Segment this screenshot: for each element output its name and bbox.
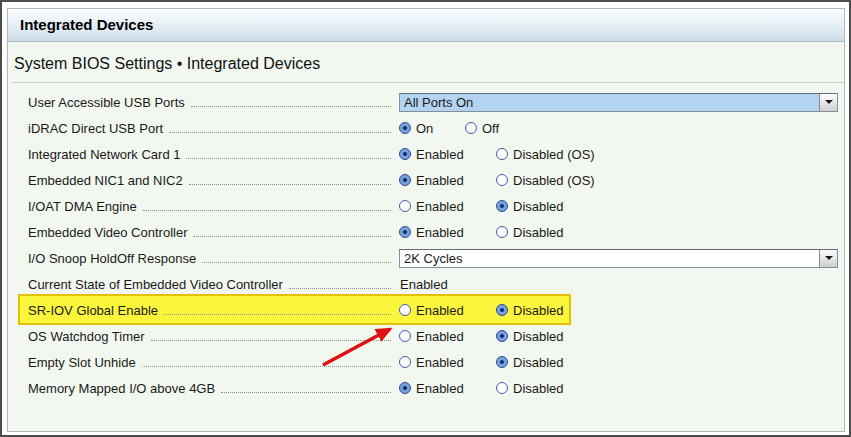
radio-option-disabled[interactable]: Disabled	[496, 303, 564, 318]
radio-option-disabled-os[interactable]: Disabled (OS)	[496, 147, 595, 162]
setting-label: Embedded NIC1 and NIC2	[28, 173, 183, 188]
radio-selected-icon[interactable]	[399, 382, 411, 394]
page-title: System BIOS Settings • Integrated Device…	[8, 42, 844, 82]
setting-control: EnabledDisabled	[399, 225, 838, 240]
radio-option-label: Disabled (OS)	[513, 173, 595, 188]
setting-label: OS Watchdog Timer	[28, 329, 145, 344]
setting-control: 2K Cycles	[399, 249, 838, 268]
radio-option-enabled[interactable]: Enabled	[399, 381, 496, 396]
setting-control: EnabledDisabled	[399, 329, 838, 344]
radio-selected-icon[interactable]	[496, 356, 508, 368]
bios-settings-window: Integrated Devices System BIOS Settings …	[0, 0, 851, 437]
radio-option-label: Enabled	[416, 381, 464, 396]
radio-selected-icon[interactable]	[496, 330, 508, 342]
dotted-leader	[169, 132, 391, 133]
setting-control: EnabledDisabled	[399, 355, 838, 370]
setting-control: OnOff	[399, 121, 838, 136]
setting-label: Empty Slot Unhide	[28, 355, 136, 370]
radio-option-label: Disabled	[513, 355, 564, 370]
dotted-leader	[221, 392, 391, 393]
setting-row-empty-slot-unhide: Empty Slot UnhideEnabledDisabled	[28, 349, 838, 375]
radio-unselected-icon[interactable]	[496, 382, 508, 394]
radio-option-label: Enabled	[416, 147, 464, 162]
dotted-leader	[164, 314, 391, 315]
radio-unselected-icon[interactable]	[496, 226, 508, 238]
radio-unselected-icon[interactable]	[496, 148, 508, 160]
radio-selected-icon[interactable]	[399, 122, 411, 134]
radio-option-off[interactable]: Off	[465, 121, 499, 136]
setting-label: I/O Snoop HoldOff Response	[28, 251, 196, 266]
radio-option-label: Disabled	[513, 381, 564, 396]
chevron-down-icon	[825, 256, 833, 260]
setting-control: EnabledDisabled (OS)	[399, 147, 838, 162]
radio-option-label: Off	[482, 121, 499, 136]
radio-option-enabled[interactable]: Enabled	[399, 199, 496, 214]
radio-unselected-icon[interactable]	[399, 200, 411, 212]
setting-label: Current State of Embedded Video Controll…	[28, 277, 283, 292]
radio-option-enabled[interactable]: Enabled	[399, 225, 496, 240]
radio-option-enabled[interactable]: Enabled	[399, 147, 496, 162]
dotted-leader	[193, 236, 391, 237]
radio-unselected-icon[interactable]	[399, 330, 411, 342]
setting-label: Integrated Network Card 1	[28, 147, 180, 162]
radio-unselected-icon[interactable]	[399, 304, 411, 316]
radio-selected-icon[interactable]	[496, 200, 508, 212]
radio-option-label: Disabled	[513, 303, 564, 318]
integrated-devices-panel: Integrated Devices System BIOS Settings …	[7, 8, 845, 432]
radio-option-label: Enabled	[416, 303, 464, 318]
setting-label: I/OAT DMA Engine	[28, 199, 137, 214]
radio-option-label: Disabled (OS)	[513, 147, 595, 162]
settings-list: User Accessible USB PortsAll Ports OniDR…	[8, 83, 844, 401]
setting-row-idrac-direct-usb-port: iDRAC Direct USB PortOnOff	[28, 115, 838, 141]
setting-control: EnabledDisabled	[399, 303, 838, 318]
radio-option-enabled[interactable]: Enabled	[399, 355, 496, 370]
dotted-leader	[191, 106, 391, 107]
setting-label: iDRAC Direct USB Port	[28, 121, 163, 136]
radio-unselected-icon[interactable]	[496, 174, 508, 186]
dropdown-user-accessible-usb-ports[interactable]: All Ports On	[399, 93, 838, 112]
radio-option-label: On	[416, 121, 433, 136]
dotted-leader	[289, 288, 391, 289]
dropdown-arrow-icon[interactable]	[819, 94, 837, 111]
radio-option-disabled[interactable]: Disabled	[496, 199, 564, 214]
radio-selected-icon[interactable]	[399, 148, 411, 160]
radio-option-enabled[interactable]: Enabled	[399, 303, 496, 318]
radio-option-disabled[interactable]: Disabled	[496, 355, 564, 370]
dropdown-selected-value: All Ports On	[400, 95, 819, 110]
setting-control: EnabledDisabled	[399, 381, 838, 396]
setting-row-i-o-snoop-holdoff-response: I/O Snoop HoldOff Response2K Cycles	[28, 245, 838, 271]
setting-row-sr-iov-global-enable: SR-IOV Global EnableEnabledDisabled	[28, 297, 838, 323]
radio-option-enabled[interactable]: Enabled	[399, 173, 496, 188]
dropdown-arrow-icon[interactable]	[819, 250, 837, 267]
radio-unselected-icon[interactable]	[465, 122, 477, 134]
setting-row-embedded-nic1-and-nic2: Embedded NIC1 and NIC2EnabledDisabled (O…	[28, 167, 838, 193]
chevron-down-icon	[825, 100, 833, 104]
dotted-leader	[143, 210, 391, 211]
dropdown-selected-value: 2K Cycles	[400, 251, 819, 266]
radio-unselected-icon[interactable]	[399, 356, 411, 368]
radio-option-disabled[interactable]: Disabled	[496, 329, 564, 344]
setting-readonly-value: Enabled	[399, 277, 448, 292]
setting-control: All Ports On	[399, 93, 838, 112]
radio-selected-icon[interactable]	[399, 174, 411, 186]
radio-option-label: Enabled	[416, 225, 464, 240]
setting-label: Embedded Video Controller	[28, 225, 187, 240]
setting-control: Enabled	[399, 277, 838, 292]
setting-row-i-oat-dma-engine: I/OAT DMA EngineEnabledDisabled	[28, 193, 838, 219]
dropdown-i-o-snoop-holdoff-response[interactable]: 2K Cycles	[399, 249, 838, 268]
radio-selected-icon[interactable]	[496, 304, 508, 316]
radio-option-on[interactable]: On	[399, 121, 465, 136]
radio-option-disabled[interactable]: Disabled	[496, 381, 564, 396]
setting-control: EnabledDisabled	[399, 199, 838, 214]
dotted-leader	[202, 262, 391, 263]
radio-option-label: Enabled	[416, 329, 464, 344]
radio-option-disabled-os[interactable]: Disabled (OS)	[496, 173, 595, 188]
radio-option-label: Disabled	[513, 329, 564, 344]
radio-option-enabled[interactable]: Enabled	[399, 329, 496, 344]
radio-option-label: Disabled	[513, 199, 564, 214]
radio-selected-icon[interactable]	[399, 226, 411, 238]
setting-row-embedded-video-controller: Embedded Video ControllerEnabledDisabled	[28, 219, 838, 245]
radio-option-label: Enabled	[416, 173, 464, 188]
radio-option-disabled[interactable]: Disabled	[496, 225, 564, 240]
setting-label: Memory Mapped I/O above 4GB	[28, 381, 215, 396]
